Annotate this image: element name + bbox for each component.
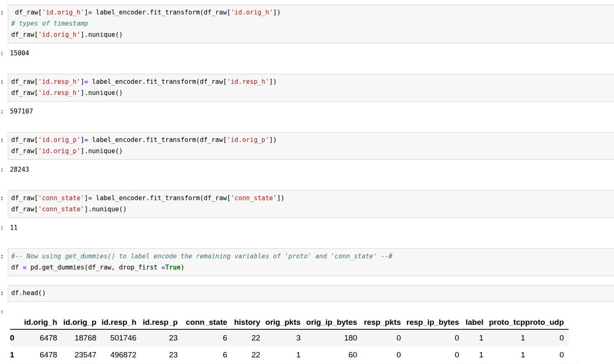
column-header: label <box>459 315 484 329</box>
code-line: df_raw['id.orig_p'].nunique() <box>11 146 611 157</box>
execution-result: 28243 <box>8 164 614 175</box>
code-editor[interactable]: #-- Now using get_dummies() to label enc… <box>8 248 614 276</box>
code-token: = <box>84 78 88 85</box>
input-prompt: : <box>0 190 5 204</box>
cell-input-area: df_raw['id.orig_h']= label_encoder.fit_t… <box>8 5 614 43</box>
code-token: df_raw[ <box>11 89 38 97</box>
code-token: label_encoder.fit_transform(df_raw[ <box>92 9 231 16</box>
column-header: id.resp_p <box>137 315 178 329</box>
code-token: df_raw[ <box>11 31 38 38</box>
code-token: 'id.orig_h' <box>42 9 85 16</box>
code-token: 'conn_state' <box>38 194 84 202</box>
code-editor[interactable]: df_raw['id.orig_h']= label_encoder.fit_t… <box>8 5 614 43</box>
code-token: df.head() <box>11 289 46 297</box>
code-line: df_raw['id.resp_h'].nunique() <box>11 87 611 99</box>
code-editor[interactable]: df_raw['id.resp_h']= label_encoder.fit_t… <box>8 74 614 102</box>
cell-input-area: df_raw['id.resp_h']= label_encoder.fit_t… <box>8 74 614 102</box>
cell-value: 0 <box>401 329 459 347</box>
row-index: 1 <box>10 347 14 364</box>
code-line: # types of timestamp <box>11 18 611 29</box>
code-token: ].nunique() <box>80 89 123 97</box>
code-token: = <box>23 264 26 271</box>
cell-input-area: df_raw['conn_state']= label_encoder.fit_… <box>8 190 614 218</box>
input-prompt: : <box>0 5 5 18</box>
code-token: ]) <box>277 194 285 202</box>
output-area: :597107 <box>0 106 614 117</box>
code-line: df_raw['id.resp_h']= label_encoder.fit_t… <box>11 76 611 87</box>
table-header-row: id.orig_hid.orig_pid.resp_hid.resp_pconn… <box>10 315 569 329</box>
code-token: 'id.resp_h' <box>38 78 80 85</box>
column-header: id.orig_h <box>14 315 57 329</box>
cell-value: 22 <box>227 347 260 364</box>
code-token: # types of timestamp <box>11 20 88 27</box>
code-token: ]) <box>269 136 277 144</box>
code-line: df.head() <box>11 288 611 299</box>
output-content: 597107 <box>8 106 614 117</box>
column-header: resp_pkts <box>357 315 401 329</box>
column-header: resp_ip_bytes <box>401 315 459 329</box>
code-token: ].nunique() <box>80 147 123 155</box>
code-token: label_encoder.fit_transform(df_raw[ <box>88 136 227 144</box>
dataframe-table: id.orig_hid.orig_pid.resp_hid.resp_pconn… <box>10 315 569 364</box>
code-token: 'conn_state' <box>231 194 277 202</box>
code-token: 'id.orig_p' <box>38 136 80 144</box>
cell-value: 0 <box>401 347 459 364</box>
cell-value: 1 <box>459 347 484 364</box>
column-header: orig_pkts <box>260 315 301 329</box>
execution-result: 597107 <box>8 106 614 117</box>
output-prompt: : <box>0 306 5 317</box>
cell-input-area: #-- Now using get_dummies() to label enc… <box>8 248 614 276</box>
code-editor[interactable]: df.head() <box>8 285 614 302</box>
code-cell: :df_raw['id.resp_h']= label_encoder.fit_… <box>0 74 614 102</box>
code-line: df_raw['conn_state']= label_encoder.fit_… <box>11 193 611 204</box>
cell-value: 6 <box>178 347 227 364</box>
code-line: df_raw['id.orig_p']= label_encoder.fit_t… <box>11 135 611 146</box>
code-cell: :df.head() <box>0 285 614 302</box>
code-token: ].nunique() <box>80 31 123 38</box>
code-editor[interactable]: df_raw['conn_state']= label_encoder.fit_… <box>8 190 614 218</box>
cell-input-area: df_raw['id.orig_p']= label_encoder.fit_t… <box>8 132 614 160</box>
code-line: df = pd.get_dummies(df_raw, drop_first =… <box>11 262 611 273</box>
code-token: ] <box>84 194 88 202</box>
output-area: :id.orig_hid.orig_pid.resp_hid.resp_pcon… <box>0 306 614 364</box>
code-line: df_raw['id.orig_h']= label_encoder.fit_t… <box>11 7 611 18</box>
cell-value: 0 <box>357 347 401 364</box>
table-row: 064781876850174623622318000110 <box>10 329 569 347</box>
output-prompt: : <box>0 48 5 59</box>
column-header: proto_tcp <box>484 315 525 329</box>
code-token: True <box>165 264 180 271</box>
code-token: 'id.orig_p' <box>38 147 80 155</box>
code-line: #-- Now using get_dummies() to label enc… <box>11 251 611 262</box>
column-header: proto_udp <box>525 315 569 329</box>
column-header: orig_ip_bytes <box>301 315 357 329</box>
column-header: id.orig_p <box>57 315 97 329</box>
output-prompt: : <box>0 106 5 117</box>
output-area: :15004 <box>0 48 614 59</box>
cell-value: 6478 <box>14 329 57 347</box>
code-token: ) <box>181 264 184 271</box>
output-content: 28243 <box>8 164 614 175</box>
code-token: pd.get_dummies(df_raw, drop_first <box>26 264 161 271</box>
code-token: 'id.orig_p' <box>227 136 269 144</box>
output-content: 11 <box>8 222 614 234</box>
row-index: 0 <box>10 329 14 347</box>
code-editor[interactable]: df_raw['id.orig_p']= label_encoder.fit_t… <box>8 132 614 160</box>
code-token: ] <box>84 9 88 16</box>
input-prompt: : <box>0 248 5 262</box>
code-token: = <box>88 194 92 202</box>
code-token: = <box>161 264 165 271</box>
code-token: 'id.orig_h' <box>231 9 273 16</box>
table-row: 16478235474968722362216000110 <box>10 347 569 364</box>
output-content: id.orig_hid.orig_pid.resp_hid.resp_pconn… <box>8 306 614 364</box>
column-header <box>10 315 14 329</box>
code-token: label_encoder.fit_transform(df_raw[ <box>92 194 231 202</box>
cell-value: 60 <box>301 347 357 364</box>
cell-value: 23 <box>137 329 178 347</box>
code-token: = <box>88 9 92 16</box>
execution-result: 11 <box>8 222 614 234</box>
dataframe-output: id.orig_hid.orig_pid.resp_hid.resp_pconn… <box>10 315 614 364</box>
code-token: 'id.orig_h' <box>38 31 80 38</box>
execution-result: 15004 <box>8 48 614 59</box>
code-token: label_encoder.fit_transform(df_raw[ <box>88 78 227 85</box>
notebook: : df_raw['id.orig_h']= label_encoder.fit… <box>0 0 614 364</box>
